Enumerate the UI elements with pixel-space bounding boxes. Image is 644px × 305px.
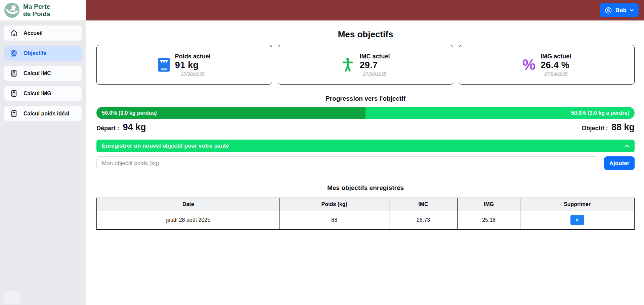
objective-progress-bar: 50.0% (3.0 kg perdus) 50.0% (3.0 kg à pe… (96, 107, 635, 119)
calculator-icon (10, 110, 18, 118)
objective-weight-input[interactable] (96, 156, 599, 170)
calculator-icon (10, 90, 18, 98)
saved-objectives-title: Mes objectifs enregistrés (96, 184, 635, 192)
sidebar-item-label: Calcul poids idéal (24, 111, 69, 117)
start-weight: Départ : 94 kg (96, 122, 146, 133)
new-objective-form: Ajouter (96, 156, 635, 170)
card-title: IMC actuel (359, 53, 390, 60)
card-title: Poids actuel (175, 53, 211, 60)
new-objective-banner-label: Enregistrer un nouvel objectif pour votr… (102, 143, 229, 149)
cell-img: 25.18 (458, 211, 520, 230)
percent-icon: % (522, 57, 535, 72)
person-circle-icon (605, 7, 612, 14)
col-header-supprimer: Supprimer (520, 198, 634, 211)
card-date: 27/08/2025 (359, 71, 390, 77)
chevron-up-icon (625, 145, 629, 147)
sidebar-bottom-placeholder (3, 291, 21, 304)
progress-done: 50.0% (3.0 kg perdus) (96, 107, 366, 119)
card-poids-actuel: Poids actuel 91 kg 27/08/2025 (96, 45, 272, 85)
app-title: Ma Perte de Poids (23, 3, 50, 17)
sidebar-item-accueil[interactable]: Accueil (4, 26, 82, 41)
start-goal-row: Départ : 94 kg Objectif : 88 kg (96, 122, 635, 133)
sidebar-item-label: Calcul IMC (24, 70, 51, 77)
card-value: 91 kg (175, 60, 211, 70)
sidebar-item-calcul-img[interactable]: Calcul IMG (4, 86, 82, 101)
cell-supprimer: ✕ (520, 211, 634, 230)
header-bar: Bob (86, 0, 644, 20)
saved-objectives-table: Date Poids (kg) IMC IMG Supprimer jeudi … (96, 198, 635, 230)
sidebar: Accueil Objectifs (0, 20, 86, 305)
card-text: Poids actuel 91 kg 27/08/2025 (175, 53, 211, 77)
scale-icon (158, 58, 170, 72)
sidebar-item-label: Accueil (24, 30, 43, 36)
cell-poids: 88 (280, 211, 389, 230)
user-menu-button[interactable]: Bob (600, 3, 639, 17)
app-logo: Ma Perte de Poids (0, 0, 86, 20)
app-logo-icon (4, 3, 19, 18)
card-value: 29.7 (359, 60, 390, 70)
goal-weight-label: Objectif : (582, 125, 608, 132)
goal-weight: Objectif : 88 kg (582, 122, 635, 133)
cell-date: jeudi 28 août 2025 (97, 211, 280, 230)
add-objective-button[interactable]: Ajouter (604, 156, 635, 170)
card-img-actuel: % IMG actuel 26.4 % 27/08/2025 (459, 45, 635, 85)
col-header-imc: IMC (389, 198, 457, 211)
target-icon (10, 49, 18, 57)
col-header-poids: Poids (kg) (280, 198, 389, 211)
delete-objective-button[interactable]: ✕ (570, 215, 584, 225)
table-row: jeudi 28 août 2025 88 28.73 25.18 ✕ (97, 211, 634, 230)
sidebar-item-calcul-poids-ideal[interactable]: Calcul poids idéal (4, 106, 82, 121)
card-text: IMG actuel 26.4 % 27/08/2025 (541, 53, 571, 77)
card-text: IMC actuel 29.7 27/08/2025 (359, 53, 390, 77)
col-header-img: IMG (458, 198, 520, 211)
stat-cards: Poids actuel 91 kg 27/08/2025 IMC actuel (96, 45, 635, 85)
new-objective-banner[interactable]: Enregistrer un nouvel objectif pour votr… (96, 140, 635, 152)
user-name-label: Bob (615, 7, 627, 14)
calculator-icon (10, 69, 18, 78)
top-bar: Ma Perte de Poids Bob (0, 0, 644, 20)
progress-title: Progression vers l'objectif (96, 95, 635, 102)
chevron-down-icon (630, 9, 634, 11)
col-header-date: Date (97, 198, 280, 211)
page-title: Mes objectifs (96, 29, 635, 40)
progress-remaining-label: 50.0% (3.0 kg à perdre) (571, 110, 629, 116)
sidebar-item-label: Objectifs (24, 50, 46, 56)
progress-remaining: 50.0% (3.0 kg à perdre) (366, 107, 635, 119)
sidebar-item-calcul-imc[interactable]: Calcul IMC (4, 66, 82, 81)
person-icon (341, 57, 354, 72)
progress-done-label: 50.0% (3.0 kg perdus) (102, 110, 157, 116)
start-weight-label: Départ : (96, 125, 119, 132)
card-title: IMG actuel (541, 53, 571, 60)
table-header-row: Date Poids (kg) IMC IMG Supprimer (97, 198, 634, 211)
card-value: 26.4 % (541, 60, 571, 70)
sidebar-item-objectifs[interactable]: Objectifs (4, 46, 82, 61)
card-imc-actuel: IMC actuel 29.7 27/08/2025 (278, 45, 454, 85)
card-date: 27/08/2025 (175, 71, 211, 77)
main-content: Mes objectifs Poids actuel 91 kg 27/08 (86, 20, 644, 305)
sidebar-item-label: Calcul IMG (24, 91, 51, 97)
card-date: 27/08/2025 (541, 71, 571, 77)
goal-weight-value: 88 kg (611, 122, 635, 132)
home-icon (10, 29, 18, 37)
start-weight-value: 94 kg (123, 122, 146, 132)
cell-imc: 28.73 (389, 211, 457, 230)
